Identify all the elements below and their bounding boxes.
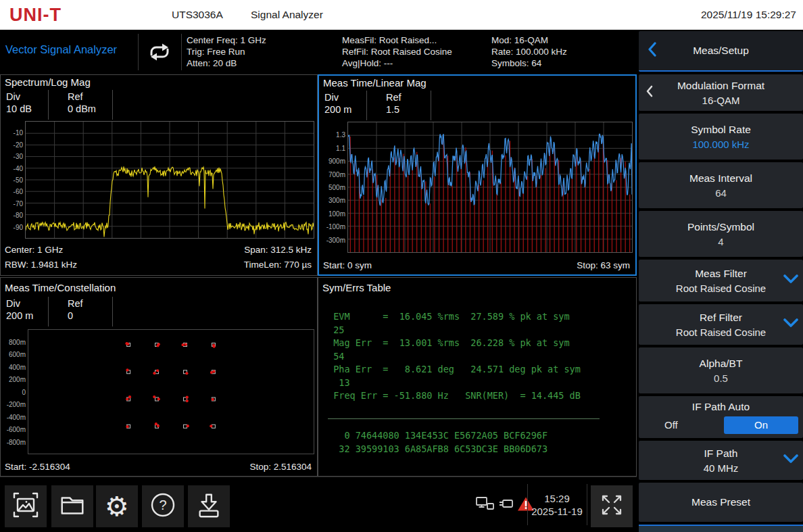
sidebar-item-meas-preset[interactable]: Meas Preset	[639, 483, 803, 522]
y-tick-label: 0	[22, 388, 26, 395]
item-label: Symbol Rate	[691, 124, 751, 136]
item-label: IF Path Auto	[692, 401, 750, 413]
svg-text:?: ?	[159, 498, 166, 512]
help-button[interactable]: ?	[142, 485, 184, 527]
linear-mag-panel[interactable]: Meas Time/Linear Mag Div200 m Ref1.5 1.3…	[318, 74, 637, 276]
sidebar-item-meas-filter[interactable]: Meas Filter Root Raised Cosine	[639, 260, 803, 301]
y-tick-label: 1.3	[336, 131, 345, 139]
file-manager-button[interactable]	[51, 485, 93, 527]
item-label: Modulation Format	[677, 80, 764, 92]
linear-y-axis: 1.31.1900m700m500m300m100m-100m-300m	[319, 122, 347, 253]
uni-t-logo: UNI-T	[9, 5, 62, 26]
sidebar-item-alpha-bt[interactable]: Alpha/BT 0.5	[639, 347, 803, 393]
status-info-col2: MeasFil: Root Raised... RefFil: Root Rai…	[342, 34, 452, 69]
header-datetime: 2025/11/19 15:29:27	[701, 9, 796, 21]
div-value: 200 m	[6, 310, 41, 321]
ref-label: Ref	[386, 92, 424, 103]
y-tick-label: 600m	[9, 351, 26, 358]
y-tick-label: -200m	[7, 401, 26, 408]
item-value: 16-QAM	[702, 95, 740, 106]
screenshot-icon	[11, 490, 41, 523]
sidebar-item-modulation-format[interactable]: Modulation Format 16-QAM	[639, 74, 803, 111]
item-label: Ref Filter	[700, 312, 742, 324]
continuous-sweep-icon[interactable]	[143, 37, 176, 70]
y-tick-label: -80	[14, 212, 23, 219]
sym-errs-hex-data: 0 74644080 134E453C E5672A05 BCF6296F 32…	[328, 429, 548, 456]
settings-button[interactable]: ⚙	[96, 485, 138, 527]
spectrum-rbw: RBW: 1.9481 kHz	[5, 260, 77, 270]
item-value: 40 MHz	[704, 462, 739, 474]
sidebar-header-meas-setup[interactable]: Meas/Setup	[639, 31, 803, 72]
ref-value: 0	[68, 310, 105, 321]
div-label: Div	[6, 91, 41, 102]
sidebar-item-symbol-rate[interactable]: Symbol Rate 100.000 kHz	[639, 114, 803, 160]
usb-icon	[499, 498, 514, 512]
sidebar-item-points-symbol[interactable]: Points/Symbol 4	[639, 211, 803, 257]
linear-mag-title: Meas Time/Linear Mag	[323, 77, 427, 89]
spectrum-span: Span: 312.5 kHz	[244, 245, 312, 255]
y-tick-label: -100m	[326, 223, 345, 231]
bottom-toolbar: ⚙ ?	[0, 477, 637, 532]
item-label: Meas Filter	[695, 268, 747, 280]
sidebar-item-if-path-auto[interactable]: IF Path Auto Off On	[639, 396, 803, 438]
div-label: Div	[324, 92, 360, 103]
chevron-down-icon	[783, 454, 798, 466]
screenshot-button[interactable]	[5, 485, 47, 527]
y-tick-label: 100m	[328, 210, 345, 217]
toggle-off-label[interactable]: Off	[664, 419, 678, 431]
sym-errs-panel[interactable]: Sym/Errs Table EVM = 16.045 %rms 27.589 …	[318, 277, 637, 477]
y-tick-label: -400m	[7, 413, 26, 420]
y-tick-label: 200m	[9, 376, 26, 383]
app-title: Signal Analyzer	[251, 9, 323, 21]
help-icon: ?	[148, 490, 178, 523]
ref-value: 0 dBm	[68, 103, 105, 114]
left-chevron-icon	[646, 85, 653, 100]
expand-arrows-icon	[598, 491, 625, 521]
status-icon-cluster	[475, 477, 535, 532]
item-value: 100.000 kHz	[692, 139, 749, 150]
ref-label: Ref	[68, 298, 105, 309]
constellation-panel[interactable]: Meas Time/Constellation Div200 m Ref0 80…	[0, 277, 318, 477]
sidebar-bottom-strip	[639, 525, 803, 532]
sidebar-item-meas-interval[interactable]: Meas Interval 64	[639, 162, 803, 208]
y-tick-label: 800m	[9, 338, 26, 345]
top-header: UNI-T UTS3036A Signal Analyzer 2025/11/1…	[0, 0, 803, 30]
y-tick-label: 500m	[328, 184, 345, 191]
fullscreen-button[interactable]	[591, 485, 633, 527]
item-value: Root Raised Cosine	[676, 327, 766, 338]
sym-errs-divider	[328, 418, 600, 419]
item-label: Points/Symbol	[687, 221, 754, 233]
linear-stop: Stop: 63 sym	[577, 260, 630, 270]
sidebar-item-ref-filter[interactable]: Ref Filter Root Raised Cosine	[639, 304, 803, 345]
y-tick-label: 300m	[328, 197, 345, 204]
spectrum-panel[interactable]: Spectrum/Log Mag Div10 dB Ref0 dBm -10-2…	[0, 74, 318, 276]
y-tick-label: -60	[14, 188, 23, 195]
constellation-title: Meas Time/Constellation	[5, 282, 116, 293]
y-tick-label: 900m	[328, 158, 345, 165]
item-label: Meas Preset	[691, 496, 750, 508]
item-value: Root Raised Cosine	[676, 283, 766, 294]
toggle-on-button[interactable]: On	[724, 416, 798, 434]
y-tick-label: 1.1	[336, 144, 345, 151]
clock-time: 15:29	[544, 492, 570, 505]
linear-mag-plot	[347, 122, 633, 253]
item-label: Alpha/BT	[700, 358, 743, 370]
if-path-auto-toggle[interactable]: Off On	[639, 416, 803, 434]
y-tick-label: -300m	[326, 236, 345, 243]
item-value: 64	[715, 187, 727, 199]
folder-icon	[58, 491, 87, 522]
divider	[181, 34, 182, 70]
save-button[interactable]	[188, 485, 230, 527]
save-icon	[195, 491, 223, 522]
chevron-down-icon	[783, 318, 798, 331]
lan-icon	[475, 495, 495, 515]
mode-label[interactable]: Vector Signal Analyzer	[5, 43, 117, 56]
settings-gear-icon: ⚙	[105, 493, 129, 520]
constellation-plot	[28, 329, 314, 454]
constellation-start: Start: -2.516304	[5, 462, 70, 472]
sym-errs-title: Sym/Errs Table	[322, 282, 391, 293]
item-value: 4	[718, 236, 723, 247]
sidebar-item-if-path[interactable]: IF Path 40 MHz	[639, 441, 803, 480]
constellation-y-axis: 800m600m400m200m0-200m-400m-600m-800m	[1, 329, 28, 454]
clock-display: 15:29 2025-11-19	[528, 477, 586, 532]
